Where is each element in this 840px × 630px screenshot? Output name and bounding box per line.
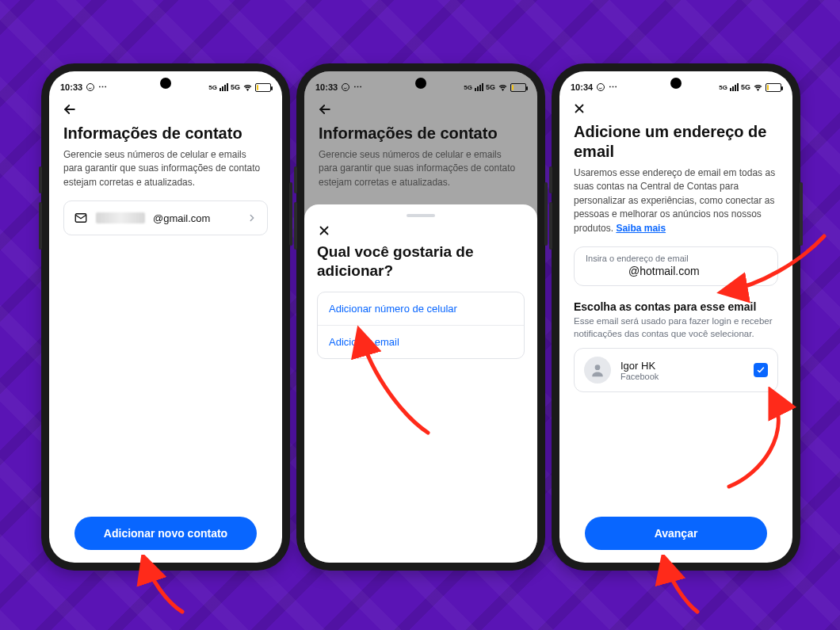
email-input-suffix: @hotmail.com (628, 265, 700, 277)
check-icon (756, 365, 766, 375)
page-title: Informações de contato (63, 124, 268, 143)
phone-side-button (549, 166, 552, 193)
phone-side-button (39, 166, 42, 193)
phone-side-button (549, 202, 552, 250)
phone-frame-3: 10:34 ⋯ 5G 5G Adicione um en (552, 63, 800, 571)
account-name: Igor HK (620, 360, 744, 372)
contact-list: @gmail.com (63, 200, 268, 235)
email-input-label: Insira o endereço de email (586, 254, 766, 263)
sheet-title: Qual você gostaria de adicionar? (317, 242, 525, 281)
phone-side-button (800, 182, 803, 246)
volte-icon: 5G (719, 84, 727, 91)
network-label: 5G (231, 83, 240, 91)
page-title: Adicione um endereço de email (574, 122, 778, 162)
person-icon (590, 362, 605, 378)
network-label: 5G (486, 83, 495, 91)
phone-side-button (39, 202, 42, 250)
more-icon: ⋯ (609, 82, 617, 93)
next-button[interactable]: Avançar (585, 517, 767, 550)
phone-screen-3: 10:34 ⋯ 5G 5G Adicione um en (559, 71, 792, 563)
battery-icon (255, 83, 271, 92)
email-input[interactable]: Insira o endereço de email @hotmail.com (574, 246, 778, 286)
status-time: 10:34 (571, 82, 593, 92)
learn-more-link[interactable]: Saiba mais (616, 223, 666, 234)
page-description-text: Usaremos esse endereço de email em todas… (574, 167, 775, 234)
back-arrow-icon[interactable] (62, 101, 78, 117)
account-row[interactable]: Igor HK Facebook (575, 349, 777, 391)
redacted-text (586, 265, 628, 276)
signal-icon (475, 83, 483, 91)
back-arrow-icon (317, 101, 333, 117)
phone-screen-2: 10:33 ⋯ 5G 5G (304, 71, 537, 563)
battery-icon (766, 83, 781, 92)
signal-icon (220, 83, 228, 91)
whatsapp-icon (86, 82, 95, 92)
page-description-dimmed: Gerencie seus números de celular e email… (319, 148, 523, 189)
wifi-icon (242, 83, 253, 91)
status-time: 10:33 (60, 82, 82, 92)
contact-row-email[interactable]: @gmail.com (64, 201, 267, 235)
status-time: 10:33 (315, 82, 338, 92)
svg-point-4 (595, 365, 601, 370)
close-icon[interactable] (317, 223, 331, 238)
wifi-icon (753, 83, 763, 91)
account-card: Igor HK Facebook (574, 348, 778, 392)
option-add-email[interactable]: Adicionar email (318, 325, 524, 358)
choose-accounts-heading: Escolha as contas para esse email (574, 300, 778, 313)
bottom-sheet: Qual você gostaria de adicionar? Adicion… (304, 204, 537, 563)
phone-screen-1: 10:33 ⋯ 5G 5G Informações de (49, 71, 282, 563)
phone-camera-notch (160, 78, 171, 89)
contact-email-suffix: @gmail.com (153, 212, 210, 224)
svg-point-0 (87, 84, 94, 91)
sheet-grabber[interactable] (407, 214, 435, 217)
whatsapp-icon (596, 82, 605, 92)
more-icon: ⋯ (98, 82, 107, 93)
phone-side-button (289, 182, 292, 246)
account-checkbox[interactable] (754, 363, 768, 377)
volte-icon: 5G (464, 84, 472, 91)
close-icon[interactable] (572, 101, 586, 116)
whatsapp-icon (341, 82, 350, 92)
more-icon: ⋯ (353, 82, 362, 93)
phone-camera-notch (415, 78, 426, 89)
account-platform: Facebook (620, 372, 744, 381)
phone-side-button (544, 182, 548, 246)
avatar (584, 357, 611, 384)
page-description: Gerencie seus números de celular e email… (63, 148, 268, 189)
choose-accounts-description: Esse email será usado para fazer login e… (574, 315, 778, 340)
wifi-icon (498, 83, 508, 91)
phone-side-button (294, 166, 297, 193)
option-add-phone[interactable]: Adicionar número de celular (318, 292, 524, 325)
phone-side-button (294, 202, 297, 250)
volte-icon: 5G (208, 84, 217, 91)
page-title-dimmed: Informações de contato (319, 124, 523, 143)
add-options-list: Adicionar número de celular Adicionar em… (317, 292, 525, 359)
signal-icon (730, 83, 739, 91)
svg-point-2 (342, 84, 349, 91)
chevron-right-icon (246, 212, 258, 223)
phone-camera-notch (670, 78, 682, 89)
page-description: Usaremos esse endereço de email em todas… (574, 166, 778, 235)
network-label: 5G (741, 83, 750, 91)
redacted-text (96, 212, 145, 223)
mail-icon (74, 211, 88, 225)
phone-frame-1: 10:33 ⋯ 5G 5G Informações de (41, 63, 290, 571)
add-new-contact-button[interactable]: Adicionar novo contato (74, 517, 257, 550)
battery-icon (510, 83, 526, 92)
svg-point-3 (598, 84, 605, 91)
phone-frame-2: 10:33 ⋯ 5G 5G (296, 63, 545, 571)
